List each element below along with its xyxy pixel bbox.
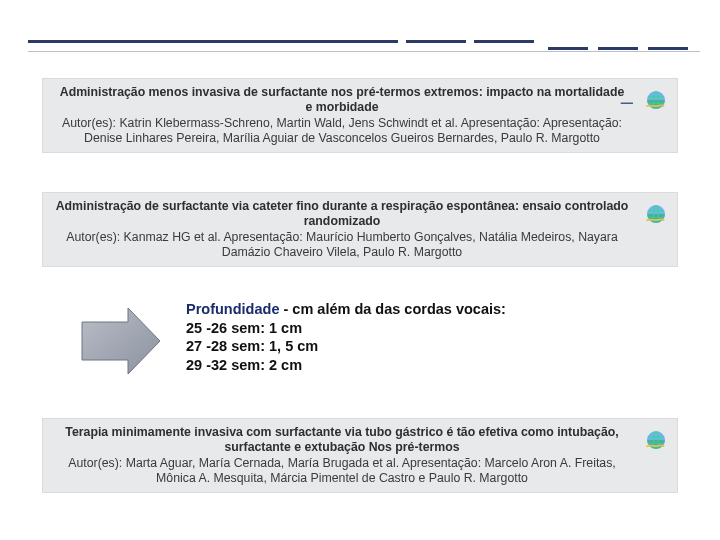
depth-line-1: 25 -26 sem: 1 cm — [186, 320, 302, 336]
reference-card-1: – Administração menos invasiva de surfac… — [42, 78, 678, 153]
card-title: Administração menos invasiva de surfacta… — [55, 85, 629, 116]
depth-heading-word: Profundidade — [186, 301, 279, 317]
card-authors: Autor(es): Kanmaz HG et al. Apresentação… — [55, 230, 629, 261]
arrow-icon — [76, 306, 162, 376]
minus-glyph: – — [621, 91, 633, 113]
depth-guidelines: Profundidade - cm além da das cordas voc… — [186, 300, 546, 374]
globe-icon — [643, 201, 669, 227]
depth-heading-rest: - cm além da das cordas vocais: — [279, 301, 505, 317]
header-rule — [28, 40, 700, 62]
reference-card-3: Terapia minimamente invasiva com surfact… — [42, 418, 678, 493]
card-authors: Autor(es): Marta Aguar, María Cernada, M… — [55, 456, 629, 487]
globe-icon — [643, 427, 669, 453]
globe-icon — [643, 87, 669, 113]
card-authors: Autor(es): Katrin Klebermass-Schreno, Ma… — [55, 116, 629, 147]
card-title: Administração de surfactante via cateter… — [55, 199, 629, 230]
card-title: Terapia minimamente invasiva com surfact… — [55, 425, 629, 456]
depth-line-3: 29 -32 sem: 2 cm — [186, 357, 302, 373]
depth-line-2: 27 -28 sem: 1, 5 cm — [186, 338, 318, 354]
reference-card-2: Administração de surfactante via cateter… — [42, 192, 678, 267]
